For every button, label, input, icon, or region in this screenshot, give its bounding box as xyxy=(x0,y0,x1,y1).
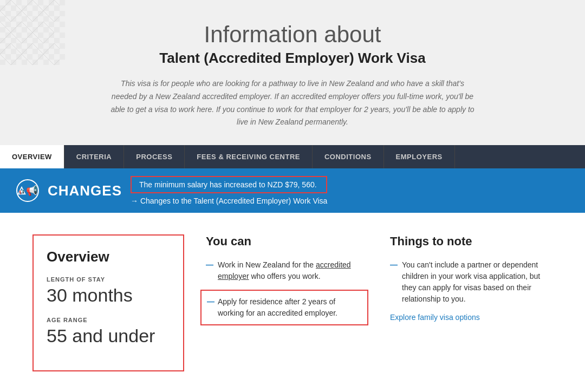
nav-item-criteria[interactable]: CRITERIA xyxy=(64,145,124,168)
changes-alert-text: The minimum salary has increased to NZD … xyxy=(131,176,327,193)
accredited-employer-link[interactable]: accredited employer xyxy=(218,260,351,280)
page-description: This visa is for people who are looking … xyxy=(108,77,477,129)
svg-marker-4 xyxy=(11,22,32,43)
overview-box: Overview LENGTH OF STAY 30 months AGE RA… xyxy=(32,234,184,371)
you-can-item-2-highlighted: Apply for residence after 2 years of wor… xyxy=(200,290,368,325)
things-to-note-section: Things to note You can't include a partn… xyxy=(390,234,552,371)
header-section: Information about Talent (Accredited Emp… xyxy=(0,0,585,145)
main-content: Overview LENGTH OF STAY 30 months AGE RA… xyxy=(0,213,585,392)
you-can-item-1: Work in New Zealand for the accredited e… xyxy=(206,259,368,282)
family-visa-link[interactable]: Explore family visa options xyxy=(390,313,480,322)
length-of-stay-value: 30 months xyxy=(47,285,170,306)
svg-marker-6 xyxy=(0,43,22,65)
overview-heading: Overview xyxy=(47,249,170,265)
svg-marker-5 xyxy=(32,22,54,43)
svg-text:📢: 📢 xyxy=(19,189,24,194)
things-to-note-heading: Things to note xyxy=(390,234,552,249)
changes-banner: 📢 📢 CHANGES The minimum salary has incre… xyxy=(0,168,585,213)
changes-icon: 📢 📢 xyxy=(16,179,39,202)
changes-label: CHANGES xyxy=(48,182,122,199)
svg-marker-2 xyxy=(43,0,60,22)
age-range-label: AGE RANGE xyxy=(47,317,170,323)
page-main-title: Information about xyxy=(11,22,574,48)
nav-item-process[interactable]: PROCESS xyxy=(124,145,185,168)
svg-marker-8 xyxy=(43,43,60,65)
page-sub-title: Talent (Accredited Employer) Work Visa xyxy=(11,50,574,67)
nav-item-overview[interactable]: OVERVIEW xyxy=(0,145,64,168)
nav-item-conditions[interactable]: CONDITIONS xyxy=(313,145,384,168)
length-of-stay-label: LENGTH OF STAY xyxy=(47,276,170,283)
things-to-note-list: You can't include a partner or dependent… xyxy=(390,259,552,305)
you-can-heading: You can xyxy=(206,234,368,249)
changes-content: The minimum salary has increased to NZD … xyxy=(131,176,327,205)
nav-item-employers[interactable]: EMPLOYERS xyxy=(384,145,455,168)
changes-link[interactable]: Changes to the Talent (Accredited Employ… xyxy=(131,197,327,205)
things-to-note-item-1: You can't include a partner or dependent… xyxy=(390,259,552,305)
age-range-value: 55 and under xyxy=(47,325,170,347)
svg-marker-1 xyxy=(22,0,43,22)
navigation-bar: OVERVIEW CRITERIA PROCESS FEES & RECEIVI… xyxy=(0,145,585,168)
decorative-bg xyxy=(0,0,60,70)
svg-marker-0 xyxy=(0,0,22,22)
svg-marker-7 xyxy=(22,43,43,65)
nav-item-fees[interactable]: FEES & RECEIVING CENTRE xyxy=(185,145,313,168)
you-can-section: You can Work in New Zealand for the accr… xyxy=(206,234,368,371)
you-can-list: Work in New Zealand for the accredited e… xyxy=(206,259,368,325)
svg-marker-3 xyxy=(0,22,11,43)
